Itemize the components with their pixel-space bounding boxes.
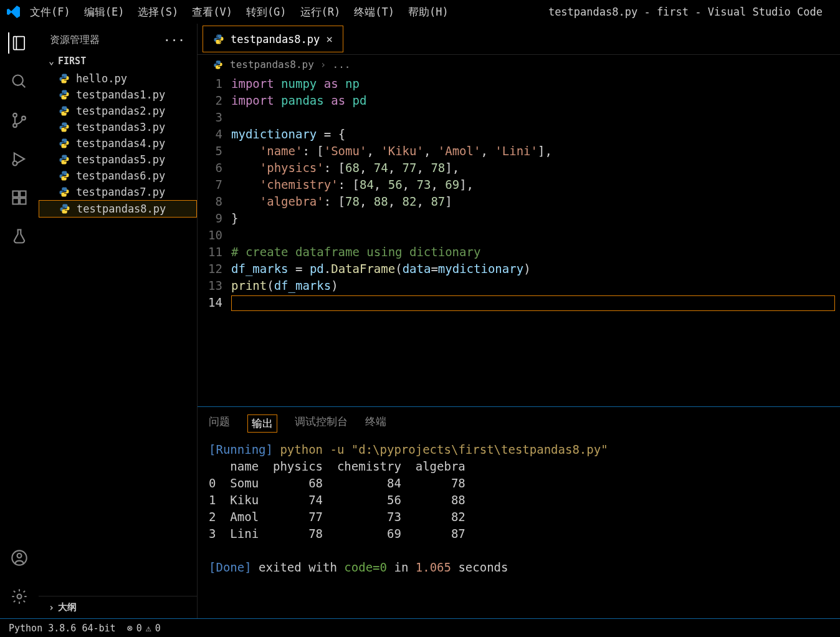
source-control-icon[interactable]: [9, 110, 30, 131]
breadcrumb-file: testpandas8.py: [230, 59, 314, 70]
file-item[interactable]: testpandas5.py: [39, 151, 197, 168]
breadcrumb[interactable]: testpandas8.py › ...: [198, 55, 840, 74]
editor-tab[interactable]: testpandas8.py ×: [203, 26, 343, 52]
tabs-row: testpandas8.py ×: [198, 24, 840, 55]
file-item[interactable]: testpandas6.py: [39, 168, 197, 184]
warning-icon: ⚠: [146, 623, 151, 634]
file-item[interactable]: testpandas4.py: [39, 135, 197, 151]
window-title: testpandas8.py - first - Visual Studio C…: [449, 6, 835, 18]
chevron-right-icon: ›: [320, 59, 327, 70]
file-name: testpandas7.py: [76, 186, 165, 198]
breadcrumb-rest: ...: [333, 59, 351, 70]
menu-item[interactable]: 文件(F): [30, 5, 70, 19]
output-panel[interactable]: [Running] python -u "d:\pyprojects\first…: [198, 439, 840, 618]
panel-tab[interactable]: 输出: [247, 414, 277, 433]
python-file-icon: [59, 203, 70, 214]
python-file-icon: [213, 34, 224, 45]
file-item[interactable]: testpandas8.py: [39, 200, 197, 218]
menu-item[interactable]: 编辑(E): [84, 5, 125, 19]
panel-tabs: 问题输出调试控制台终端: [198, 407, 840, 439]
svg-point-10: [17, 553, 22, 558]
svg-point-4: [13, 161, 17, 166]
file-name: testpandas2.py: [76, 105, 165, 117]
folder-row[interactable]: ⌄ FIRST: [39, 52, 197, 70]
svg-point-3: [22, 117, 26, 120]
sidebar-title: 资源管理器: [50, 34, 100, 47]
close-icon[interactable]: ×: [326, 32, 333, 46]
chevron-down-icon: ⌄: [49, 55, 54, 67]
file-item[interactable]: testpandas3.py: [39, 119, 197, 135]
python-file-icon: [59, 170, 70, 181]
vscode-logo-icon: [5, 3, 22, 21]
statusbar: Python 3.8.6 64-bit ⊗0 ⚠0: [0, 618, 840, 637]
testing-icon[interactable]: [9, 226, 30, 247]
file-name: testpandas4.py: [76, 137, 165, 150]
file-name: testpandas3.py: [76, 121, 165, 133]
python-file-icon: [212, 59, 224, 70]
svg-point-11: [17, 595, 22, 599]
file-item[interactable]: hello.py: [39, 70, 197, 87]
svg-point-0: [13, 75, 23, 85]
menubar: 文件(F)编辑(E)选择(S)查看(V)转到(G)运行(R)终端(T)帮助(H)…: [0, 0, 840, 24]
extensions-icon[interactable]: [9, 187, 30, 208]
python-file-icon: [59, 73, 70, 84]
file-name: testpandas1.py: [76, 89, 165, 101]
outline-section[interactable]: › 大纲: [39, 596, 197, 618]
python-file-icon: [59, 186, 70, 198]
sidebar: 资源管理器 ··· ⌄ FIRST hello.pytestpandas1.py…: [39, 24, 198, 618]
file-name: testpandas6.py: [76, 170, 165, 182]
chevron-right-icon: ›: [49, 602, 54, 613]
file-list: hello.pytestpandas1.pytestpandas2.pytest…: [39, 70, 197, 596]
problems-status[interactable]: ⊗0 ⚠0: [127, 623, 161, 634]
python-file-icon: [59, 122, 70, 133]
code-editor[interactable]: 1234567891011121314 import numpy as npim…: [198, 74, 840, 406]
panel-tab[interactable]: 调试控制台: [295, 414, 348, 433]
more-actions-icon[interactable]: ···: [164, 34, 186, 46]
file-name: testpandas8.py: [77, 203, 166, 215]
panel-tab[interactable]: 问题: [209, 414, 230, 433]
python-version[interactable]: Python 3.8.6 64-bit: [9, 623, 116, 634]
accounts-icon[interactable]: [9, 547, 30, 568]
python-file-icon: [59, 154, 70, 165]
panel-tab[interactable]: 终端: [365, 414, 386, 433]
python-file-icon: [59, 138, 70, 149]
search-icon[interactable]: [9, 71, 30, 92]
activity-bar: [0, 24, 39, 618]
settings-gear-icon[interactable]: [9, 586, 30, 607]
svg-rect-8: [20, 191, 26, 197]
menu-item[interactable]: 运行(R): [300, 5, 341, 19]
outline-label: 大纲: [58, 601, 77, 613]
svg-rect-5: [13, 191, 19, 197]
python-file-icon: [59, 89, 70, 100]
tab-label: testpandas8.py: [231, 33, 320, 46]
folder-name: FIRST: [58, 55, 86, 67]
run-debug-icon[interactable]: [9, 148, 30, 170]
file-item[interactable]: testpandas2.py: [39, 103, 197, 119]
file-item[interactable]: testpandas7.py: [39, 184, 197, 200]
file-name: testpandas5.py: [76, 153, 165, 166]
svg-point-2: [13, 123, 17, 127]
menu-items: 文件(F)编辑(E)选择(S)查看(V)转到(G)运行(R)终端(T)帮助(H): [30, 5, 449, 19]
svg-rect-7: [20, 198, 26, 204]
error-icon: ⊗: [127, 623, 133, 634]
svg-rect-6: [13, 198, 19, 204]
bottom-panel: 问题输出调试控制台终端 [Running] python -u "d:\pypr…: [198, 406, 840, 618]
menu-item[interactable]: 转到(G): [246, 5, 287, 19]
python-file-icon: [59, 105, 70, 117]
file-item[interactable]: testpandas1.py: [39, 87, 197, 103]
menu-item[interactable]: 选择(S): [138, 5, 178, 19]
editor-area: testpandas8.py × testpandas8.py › ... 12…: [198, 24, 840, 618]
svg-point-1: [13, 113, 17, 117]
explorer-icon[interactable]: [8, 32, 29, 54]
menu-item[interactable]: 查看(V): [192, 5, 232, 19]
menu-item[interactable]: 终端(T): [354, 5, 394, 19]
menu-item[interactable]: 帮助(H): [408, 5, 449, 19]
file-name: hello.py: [76, 72, 127, 85]
